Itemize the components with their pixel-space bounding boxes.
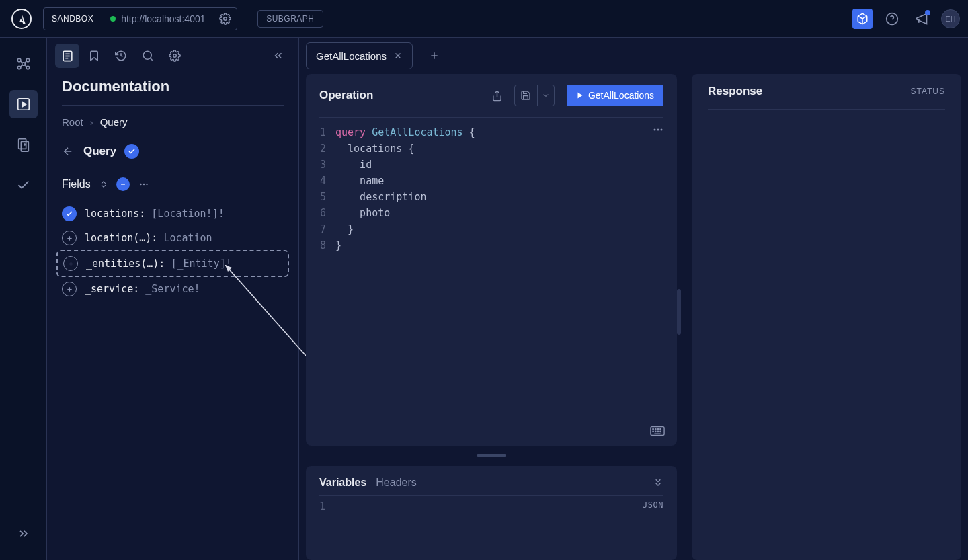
response-panel: Response STATUS [692, 74, 961, 560]
run-button-label: GetAllLocations [588, 90, 654, 101]
line-gutter: 12345678 [306, 124, 335, 439]
subgraph-tag: SUBGRAPH [257, 10, 323, 28]
variables-editor[interactable]: 1 JSON [306, 496, 677, 516]
svg-point-0 [12, 9, 31, 28]
variables-panel: Variables Headers 1 JSON [306, 466, 677, 560]
expand-rail-icon[interactable] [9, 520, 38, 548]
svg-line-13 [24, 65, 26, 67]
scrollbar-thumb[interactable] [677, 289, 681, 335]
save-button-group [514, 85, 555, 106]
checks-nav-icon[interactable] [9, 171, 38, 199]
apollo-logo[interactable] [8, 5, 35, 32]
variables-tab[interactable]: Variables [319, 477, 366, 489]
top-bar: SANDBOX http://localhost:4001 SUBGRAPH E… [0, 0, 968, 38]
svg-line-25 [150, 58, 152, 60]
new-tab-icon[interactable] [422, 44, 446, 68]
keyboard-shortcuts-icon[interactable] [650, 426, 665, 436]
share-icon[interactable] [487, 85, 508, 106]
svg-point-55 [655, 431, 656, 432]
svg-point-46 [654, 129, 656, 131]
svg-rect-17 [21, 141, 28, 151]
user-avatar[interactable]: EH [941, 9, 960, 28]
save-dropdown-icon[interactable] [538, 85, 554, 106]
endpoint-settings-icon[interactable] [219, 13, 231, 25]
svg-point-53 [660, 429, 661, 430]
help-icon[interactable] [882, 9, 902, 29]
response-title: Response [708, 85, 910, 98]
svg-point-52 [657, 429, 658, 430]
svg-line-11 [24, 61, 26, 63]
chevron-right-icon: › [90, 116, 93, 128]
search-icon[interactable] [136, 44, 160, 68]
svg-point-30 [143, 184, 144, 185]
svg-point-51 [655, 429, 656, 430]
save-icon[interactable] [515, 85, 538, 106]
operation-panel: Operation [306, 74, 677, 446]
field-toggle-add-icon[interactable] [62, 282, 77, 296]
svg-point-29 [140, 184, 141, 185]
operation-title: Operation [319, 89, 481, 102]
more-options-icon[interactable] [138, 178, 150, 190]
explorer-nav-icon[interactable] [9, 90, 38, 118]
collapse-sidebar-icon[interactable] [266, 44, 290, 68]
breadcrumb: Root › Query [47, 106, 298, 138]
doc-view-icon[interactable] [55, 44, 79, 68]
field-row-service[interactable]: _service: _Service! [56, 277, 289, 301]
svg-line-12 [20, 65, 22, 67]
editor-more-icon[interactable] [651, 123, 665, 136]
field-row-locations[interactable]: locations: [Location!]! [56, 202, 289, 226]
svg-point-24 [143, 51, 151, 59]
svg-point-31 [146, 184, 147, 185]
operation-tabs: GetAllLocations [299, 38, 968, 74]
tab-getalllocations[interactable]: GetAllLocations [306, 42, 413, 69]
svg-point-57 [660, 431, 661, 432]
history-icon[interactable] [109, 44, 133, 68]
endpoint-url[interactable]: http://localhost:4001 [121, 13, 214, 24]
connection-status-dot [110, 16, 116, 22]
deselect-all-icon[interactable] [116, 177, 130, 191]
json-format-label: JSON [643, 500, 663, 512]
fields-heading: Fields [62, 178, 91, 190]
svg-point-26 [173, 54, 177, 58]
announcement-icon[interactable] [912, 9, 932, 29]
field-toggle-add-icon[interactable] [62, 231, 77, 245]
documentation-title: Documentation [47, 74, 298, 105]
field-toggle-checked-icon[interactable] [62, 206, 77, 221]
operation-editor[interactable]: 12345678 query GetAllLocations { locatio… [306, 118, 677, 446]
breadcrumb-root[interactable]: Root [62, 116, 83, 128]
field-row-entities[interactable]: _entities(…): [_Entity]! [56, 250, 289, 277]
variables-gutter: 1 [319, 500, 339, 512]
documentation-sidebar: Documentation Root › Query Query Fields [47, 38, 299, 560]
run-operation-button[interactable]: GetAllLocations [567, 85, 663, 106]
code-content[interactable]: query GetAllLocations { locations { id n… [335, 124, 677, 439]
settings-icon[interactable] [163, 44, 187, 68]
resize-handle[interactable] [306, 454, 677, 458]
center-area: GetAllLocations Operation [299, 38, 968, 560]
svg-point-47 [657, 129, 659, 131]
bookmark-icon[interactable] [82, 44, 106, 68]
sandbox-label: SANDBOX [44, 8, 102, 30]
headers-tab[interactable]: Headers [376, 477, 416, 489]
svg-marker-45 [577, 93, 582, 99]
schema-nav-icon[interactable] [9, 50, 38, 78]
selected-badge-icon[interactable] [124, 144, 139, 159]
diff-nav-icon[interactable] [9, 130, 38, 159]
page-title: Query [83, 145, 116, 158]
endpoint-selector[interactable]: SANDBOX http://localhost:4001 [43, 7, 237, 30]
svg-point-1 [224, 17, 227, 20]
collapse-panel-icon[interactable] [653, 477, 663, 488]
status-label: STATUS [910, 87, 945, 96]
svg-marker-15 [22, 102, 26, 106]
left-rail [0, 38, 47, 560]
field-list: locations: [Location!]! location(…): Loc… [47, 198, 298, 305]
back-arrow-icon[interactable] [62, 145, 75, 157]
close-icon[interactable] [393, 51, 403, 61]
schema-box-icon[interactable] [852, 9, 873, 29]
field-row-location[interactable]: location(…): Location [56, 226, 289, 250]
tab-label: GetAllLocations [316, 50, 387, 62]
field-toggle-add-icon[interactable] [63, 256, 78, 271]
sort-icon[interactable] [99, 179, 108, 189]
svg-point-54 [653, 431, 653, 432]
breadcrumb-current: Query [100, 116, 128, 128]
svg-line-10 [20, 61, 22, 63]
